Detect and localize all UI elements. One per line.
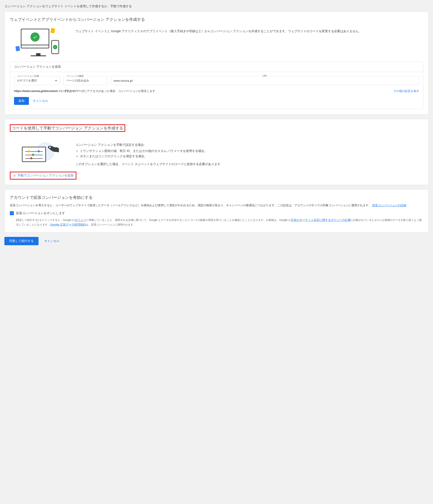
conversion-goal-select[interactable]: コンバージョン目標 カテゴリを選択	[14, 76, 60, 85]
enhanced-conversions-desc: 拡張コンバージョンを導入すると、ユーザーがウェブサイトで提供したデータ（メールア…	[10, 203, 423, 208]
agree-continue-button[interactable]: 同意して続行する	[4, 237, 38, 245]
list-item: トランザクション固有の値、取引 ID、またはその他のカスタム パラメータを使用す…	[80, 148, 423, 154]
checkbox-label: 拡張コンバージョンをオンにします	[16, 211, 65, 215]
svg-point-0	[49, 146, 51, 148]
policy-link[interactable]: ポリシー	[75, 218, 86, 222]
manual-illustration	[10, 142, 67, 166]
targeting-policy-link[interactable]: 広告のターゲット設定に関するポリシーの記事	[291, 218, 351, 222]
enhanced-conversions-title: アカウントで拡張コンバージョンを有効にする	[10, 195, 423, 200]
check-icon	[10, 212, 13, 215]
enhanced-conversions-card: アカウントで拡張コンバージョンを有効にする 拡張コンバージョンを導入すると、ユー…	[4, 189, 429, 232]
field-label: コンバージョン目標	[16, 74, 40, 78]
show-other-settings-link[interactable]: その他の設定を表示	[393, 89, 419, 93]
events-card-title: ウェブイベントとアプリイベントからコンバージョン アクションを作成する	[10, 17, 423, 22]
events-card: ウェブイベントとアプリイベントからコンバージョン アクションを作成する	[4, 11, 429, 115]
add-button[interactable]: 追加	[14, 97, 29, 105]
doc-chip-icon	[51, 28, 55, 33]
cancel-button[interactable]: キャンセル	[33, 99, 48, 103]
footer-cancel-button[interactable]: キャンセル	[44, 239, 60, 243]
enhanced-conversions-learn-more-link[interactable]: 拡張コンバージョンの詳細	[372, 204, 406, 207]
terms-fineprint: [同意して続行する] をクリックすると、Google のポリシーに準拠しているこ…	[16, 218, 423, 227]
manual-card: コードを使用して手動でコンバージョン アクションを作成する	[4, 119, 429, 185]
page-subtitle: コンバージョン アクションをウェブサイト イベントを使用して作成するか、手動で作…	[4, 4, 429, 8]
add-manual-conversion-button[interactable]: ＋ 手動でコンバージョン アクションを追加	[13, 174, 73, 178]
hand-icon	[47, 144, 59, 153]
doc-chip-icon	[16, 46, 20, 51]
field-label: URL	[262, 74, 268, 77]
plus-icon: ＋	[13, 174, 17, 178]
list-item: ボタンまたはリンクのクリックを測定する場合。	[80, 154, 423, 159]
manual-desc: コンバージョン アクションを手動で設定する場合: トランザクション固有の値、取引…	[75, 142, 423, 166]
check-icon	[53, 45, 57, 49]
field-label: イベントの種類	[66, 74, 84, 78]
check-icon	[30, 32, 40, 42]
footer-actions: 同意して続行する キャンセル	[4, 237, 429, 245]
event-type-select[interactable]: イベントの種類 ページの読み込み	[63, 76, 107, 85]
manual-card-title: コードを使用して手動でコンバージョン アクションを作成する	[12, 126, 123, 130]
enable-enhanced-conversions-checkbox[interactable]	[10, 211, 14, 215]
chevron-down-icon	[55, 80, 57, 82]
data-terms-link[interactable]: Google 広告データ処理規約	[50, 223, 86, 226]
events-illustration	[10, 29, 67, 53]
url-input-field[interactable]	[114, 79, 416, 82]
add-conversion-panel-title: コンバージョン アクションを追加	[10, 62, 423, 72]
add-conversion-panel: コンバージョン アクションを追加 コンバージョン目標 カテゴリを選択 イベントの…	[10, 62, 423, 109]
url-input[interactable]: URL	[111, 76, 419, 85]
events-desc: ウェブサイト イベントと Google アナリティクスのアプリイベント（購入手続…	[75, 29, 423, 34]
match-description: https://www.razona.jp/document のいずれかのページ…	[14, 89, 155, 93]
